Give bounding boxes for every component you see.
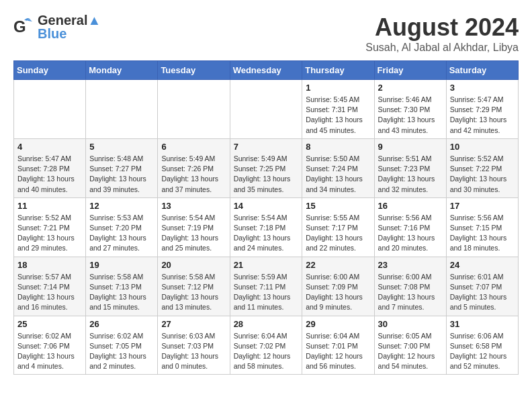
day-number: 19 [89,260,154,270]
calendar-cell: 7Sunrise: 5:49 AM Sunset: 7:25 PM Daylig… [230,138,302,197]
day-number: 24 [450,260,515,270]
calendar-cell: 20Sunrise: 5:58 AM Sunset: 7:12 PM Dayli… [158,257,230,316]
calendar-cell: 24Sunrise: 6:01 AM Sunset: 7:07 PM Dayli… [446,257,518,316]
calendar-week-1: 1Sunrise: 5:45 AM Sunset: 7:31 PM Daylig… [14,80,519,139]
calendar-cell: 28Sunrise: 6:04 AM Sunset: 7:02 PM Dayli… [230,316,302,375]
calendar-cell [158,80,230,139]
calendar-cell: 21Sunrise: 5:59 AM Sunset: 7:11 PM Dayli… [230,257,302,316]
day-info: Sunrise: 5:46 AM Sunset: 7:30 PM Dayligh… [378,95,443,136]
day-info: Sunrise: 6:00 AM Sunset: 7:09 PM Dayligh… [306,272,370,313]
day-info: Sunrise: 5:58 AM Sunset: 7:12 PM Dayligh… [161,272,226,313]
day-info: Sunrise: 6:03 AM Sunset: 7:03 PM Dayligh… [161,331,226,372]
day-info: Sunrise: 5:51 AM Sunset: 7:23 PM Dayligh… [378,154,443,195]
day-info: Sunrise: 6:02 AM Sunset: 7:06 PM Dayligh… [17,331,82,372]
day-header-sunday: Sunday [14,61,86,80]
page-header: G General▲ Blue August 2024 Susah, Al Ja… [13,13,519,54]
day-number: 25 [17,319,82,329]
day-number: 2 [378,83,443,93]
day-number: 13 [161,201,226,211]
calendar-week-2: 4Sunrise: 5:47 AM Sunset: 7:28 PM Daylig… [14,138,519,197]
day-info: Sunrise: 5:54 AM Sunset: 7:19 PM Dayligh… [161,213,226,254]
calendar-cell: 30Sunrise: 6:05 AM Sunset: 7:00 PM Dayli… [374,316,446,375]
calendar-cell [14,80,86,139]
calendar-week-4: 18Sunrise: 5:57 AM Sunset: 7:14 PM Dayli… [14,257,519,316]
calendar-cell: 13Sunrise: 5:54 AM Sunset: 7:19 PM Dayli… [158,197,230,257]
calendar-cell [86,80,158,139]
day-info: Sunrise: 5:56 AM Sunset: 7:15 PM Dayligh… [450,213,515,254]
calendar-table: SundayMondayTuesdayWednesdayThursdayFrid… [13,60,519,375]
day-info: Sunrise: 5:58 AM Sunset: 7:13 PM Dayligh… [89,272,154,313]
day-info: Sunrise: 6:06 AM Sunset: 6:58 PM Dayligh… [450,331,515,372]
calendar-cell: 16Sunrise: 5:56 AM Sunset: 7:16 PM Dayli… [374,197,446,257]
calendar-cell: 17Sunrise: 5:56 AM Sunset: 7:15 PM Dayli… [446,197,518,257]
day-info: Sunrise: 5:47 AM Sunset: 7:28 PM Dayligh… [17,154,82,195]
day-info: Sunrise: 5:55 AM Sunset: 7:17 PM Dayligh… [306,213,370,254]
calendar-cell: 8Sunrise: 5:50 AM Sunset: 7:24 PM Daylig… [302,138,374,197]
day-number: 26 [89,319,154,329]
day-number: 18 [17,260,82,270]
day-header-saturday: Saturday [446,61,518,80]
day-info: Sunrise: 6:05 AM Sunset: 7:00 PM Dayligh… [378,331,443,372]
day-info: Sunrise: 5:59 AM Sunset: 7:11 PM Dayligh… [234,272,299,313]
day-number: 30 [378,319,443,329]
day-number: 12 [89,201,154,211]
day-info: Sunrise: 5:52 AM Sunset: 7:22 PM Dayligh… [450,154,515,195]
logo-text-general: General [38,13,87,28]
day-info: Sunrise: 6:00 AM Sunset: 7:08 PM Dayligh… [378,272,443,313]
calendar-cell: 12Sunrise: 5:53 AM Sunset: 7:20 PM Dayli… [86,197,158,257]
day-number: 1 [306,83,370,93]
day-info: Sunrise: 5:49 AM Sunset: 7:25 PM Dayligh… [234,154,299,195]
logo-icon: G [13,16,35,38]
calendar-cell: 25Sunrise: 6:02 AM Sunset: 7:06 PM Dayli… [14,316,86,375]
day-number: 7 [234,142,299,152]
day-number: 10 [450,142,515,152]
day-number: 9 [378,142,443,152]
calendar-cell: 29Sunrise: 6:04 AM Sunset: 7:01 PM Dayli… [302,316,374,375]
calendar-cell: 14Sunrise: 5:54 AM Sunset: 7:18 PM Dayli… [230,197,302,257]
day-info: Sunrise: 5:52 AM Sunset: 7:21 PM Dayligh… [17,213,82,254]
calendar-cell: 23Sunrise: 6:00 AM Sunset: 7:08 PM Dayli… [374,257,446,316]
calendar-week-3: 11Sunrise: 5:52 AM Sunset: 7:21 PM Dayli… [14,197,519,257]
day-header-monday: Monday [86,61,158,80]
day-number: 15 [306,201,370,211]
logo: G General▲ Blue [13,13,101,40]
day-info: Sunrise: 6:01 AM Sunset: 7:07 PM Dayligh… [450,272,515,313]
calendar-cell [230,80,302,139]
day-header-tuesday: Tuesday [158,61,230,80]
day-number: 23 [378,260,443,270]
day-info: Sunrise: 5:50 AM Sunset: 7:24 PM Dayligh… [306,154,370,195]
day-number: 4 [17,142,82,152]
day-number: 6 [161,142,226,152]
calendar-cell: 18Sunrise: 5:57 AM Sunset: 7:14 PM Dayli… [14,257,86,316]
calendar-cell: 10Sunrise: 5:52 AM Sunset: 7:22 PM Dayli… [446,138,518,197]
calendar-header-row: SundayMondayTuesdayWednesdayThursdayFrid… [14,61,519,80]
logo-text-blue: Blue [38,27,101,40]
day-header-friday: Friday [374,61,446,80]
day-info: Sunrise: 5:47 AM Sunset: 7:29 PM Dayligh… [450,95,515,136]
day-info: Sunrise: 6:04 AM Sunset: 7:02 PM Dayligh… [234,331,299,372]
month-title: August 2024 [365,13,519,42]
day-number: 28 [234,319,299,329]
day-info: Sunrise: 5:53 AM Sunset: 7:20 PM Dayligh… [89,213,154,254]
svg-text:G: G [13,17,26,36]
day-number: 17 [450,201,515,211]
calendar-cell: 4Sunrise: 5:47 AM Sunset: 7:28 PM Daylig… [14,138,86,197]
day-header-wednesday: Wednesday [230,61,302,80]
day-number: 31 [450,319,515,329]
calendar-cell: 2Sunrise: 5:46 AM Sunset: 7:30 PM Daylig… [374,80,446,139]
calendar-cell: 19Sunrise: 5:58 AM Sunset: 7:13 PM Dayli… [86,257,158,316]
day-info: Sunrise: 5:54 AM Sunset: 7:18 PM Dayligh… [234,213,299,254]
location-title: Susah, Al Jabal al Akhdar, Libya [365,42,519,54]
day-info: Sunrise: 5:49 AM Sunset: 7:26 PM Dayligh… [161,154,226,195]
calendar-cell: 15Sunrise: 5:55 AM Sunset: 7:17 PM Dayli… [302,197,374,257]
calendar-cell: 5Sunrise: 5:48 AM Sunset: 7:27 PM Daylig… [86,138,158,197]
day-info: Sunrise: 6:02 AM Sunset: 7:05 PM Dayligh… [89,331,154,372]
day-info: Sunrise: 5:56 AM Sunset: 7:16 PM Dayligh… [378,213,443,254]
day-number: 21 [234,260,299,270]
title-block: August 2024 Susah, Al Jabal al Akhdar, L… [365,13,519,54]
calendar-cell: 3Sunrise: 5:47 AM Sunset: 7:29 PM Daylig… [446,80,518,139]
calendar-cell: 27Sunrise: 6:03 AM Sunset: 7:03 PM Dayli… [158,316,230,375]
calendar-cell: 1Sunrise: 5:45 AM Sunset: 7:31 PM Daylig… [302,80,374,139]
calendar-cell: 26Sunrise: 6:02 AM Sunset: 7:05 PM Dayli… [86,316,158,375]
day-number: 3 [450,83,515,93]
